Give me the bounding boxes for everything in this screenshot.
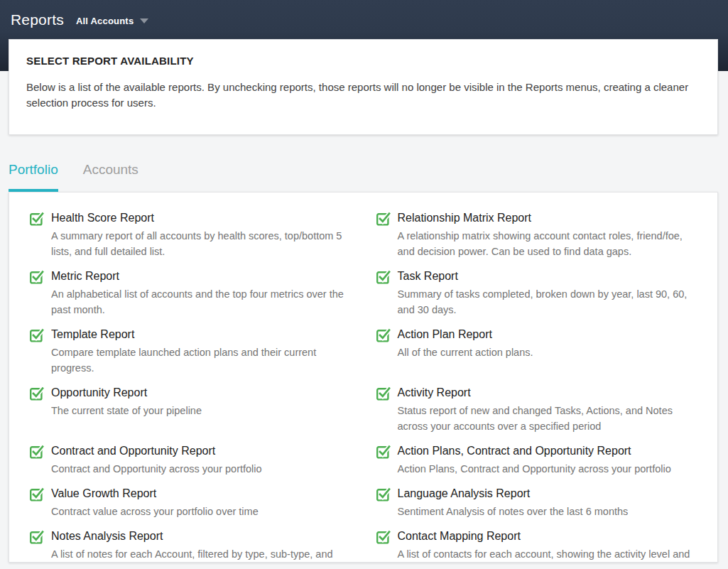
checked-checkbox-icon[interactable] <box>29 444 45 460</box>
title-bar: Reports All Accounts <box>0 0 728 33</box>
report-text: Contract and Opportunity Report Contract… <box>51 443 262 477</box>
report-description: Compare template launched action plans a… <box>51 345 354 376</box>
report-text: Template Report Compare template launche… <box>51 327 354 376</box>
section-description: Below is a list of the available reports… <box>26 80 700 111</box>
checked-checkbox-icon[interactable] <box>29 487 45 502</box>
report-list-item: Activity Report Status report of new and… <box>376 385 701 434</box>
report-text: Activity Report Status report of new and… <box>398 385 701 434</box>
report-description: An alphabetical list of accounts and the… <box>51 286 354 318</box>
report-title: Template Report <box>51 327 354 342</box>
checked-checkbox-icon[interactable] <box>376 211 391 227</box>
checked-checkbox-icon[interactable] <box>376 269 391 285</box>
checked-checkbox-icon[interactable] <box>29 327 45 343</box>
report-description: A list of notes for each Account, filter… <box>51 546 354 563</box>
report-title: Language Analysis Report <box>398 486 629 502</box>
report-list-item: Language Analysis Report Sentiment Analy… <box>376 486 701 519</box>
checked-checkbox-icon[interactable] <box>29 529 45 545</box>
report-description: Contract value across your portfolio ove… <box>51 504 259 519</box>
checked-checkbox-icon[interactable] <box>376 444 391 460</box>
report-description: All of the current action plans. <box>398 345 533 360</box>
checked-checkbox-icon[interactable] <box>376 386 391 401</box>
reports-grid: Health Score Report A summary report of … <box>29 210 700 563</box>
report-title: Relationship Matrix Report <box>398 210 701 226</box>
report-list-item: Contact Mapping Report A list of contact… <box>376 529 701 563</box>
report-description: Sentiment Analysis of notes over the las… <box>398 504 629 519</box>
report-description: A list of contacts for each account, sho… <box>398 546 701 563</box>
report-description: The current state of your pipeline <box>51 403 202 418</box>
account-filter-label: All Accounts <box>76 16 134 26</box>
report-title: Metric Report <box>51 269 354 284</box>
report-list-item: Relationship Matrix Report A relationshi… <box>376 210 701 259</box>
report-text: Opportunity Report The current state of … <box>51 385 202 418</box>
tab-accounts[interactable]: Accounts <box>83 162 138 192</box>
report-title: Contract and Opportunity Report <box>51 443 262 459</box>
report-list-item: Action Plans, Contract and Opportunity R… <box>376 443 701 477</box>
report-title: Activity Report <box>398 385 701 401</box>
checked-checkbox-icon[interactable] <box>29 269 45 285</box>
report-text: Metric Report An alphabetical list of ac… <box>51 269 354 318</box>
report-list-item: Value Growth Report Contract value acros… <box>29 486 354 519</box>
report-list-item: Health Score Report A summary report of … <box>29 210 354 259</box>
report-title: Action Plans, Contract and Opportunity R… <box>398 443 671 459</box>
report-list-item: Metric Report An alphabetical list of ac… <box>29 269 354 318</box>
report-description: A summary report of all accounts by heal… <box>51 228 354 259</box>
reports-list-card: Health Score Report A summary report of … <box>9 192 718 563</box>
checked-checkbox-icon[interactable] <box>376 327 391 343</box>
checked-checkbox-icon[interactable] <box>376 529 391 545</box>
report-description: Contract and Opportunity across your por… <box>51 461 262 477</box>
report-text: Relationship Matrix Report A relationshi… <box>398 210 701 259</box>
report-text: Notes Analysis Report A list of notes fo… <box>51 529 354 563</box>
report-description: Summary of tasks completed, broken down … <box>398 286 701 318</box>
report-text: Value Growth Report Contract value acros… <box>51 486 259 519</box>
page-title: Reports <box>11 11 64 28</box>
report-title: Value Growth Report <box>51 486 259 502</box>
report-title: Opportunity Report <box>51 385 202 401</box>
report-description: A relationship matrix showing account co… <box>398 228 701 259</box>
section-heading: SELECT REPORT AVAILABILITY <box>26 55 700 67</box>
report-list-item: Notes Analysis Report A list of notes fo… <box>29 529 354 563</box>
report-text: Task Report Summary of tasks completed, … <box>398 269 701 318</box>
report-list-item: Opportunity Report The current state of … <box>29 385 354 434</box>
report-title: Task Report <box>398 269 701 284</box>
report-title: Action Plan Report <box>398 327 533 342</box>
report-list-item: Template Report Compare template launche… <box>29 327 354 376</box>
report-text: Language Analysis Report Sentiment Analy… <box>398 486 629 519</box>
report-text: Action Plans, Contract and Opportunity R… <box>398 443 671 477</box>
caret-down-icon <box>140 18 148 23</box>
report-list-item: Action Plan Report All of the current ac… <box>376 327 701 376</box>
report-text: Health Score Report A summary report of … <box>51 210 354 259</box>
report-description: Action Plans, Contract and Opportunity a… <box>398 461 671 477</box>
account-filter-dropdown[interactable]: All Accounts <box>76 16 148 26</box>
report-title: Contact Mapping Report <box>398 529 701 544</box>
report-description: Status report of new and changed Tasks, … <box>398 403 701 434</box>
checked-checkbox-icon[interactable] <box>29 211 45 227</box>
report-list-item: Task Report Summary of tasks completed, … <box>376 269 701 318</box>
checked-checkbox-icon[interactable] <box>29 386 45 401</box>
tab-portfolio[interactable]: Portfolio <box>9 162 58 192</box>
report-title: Notes Analysis Report <box>51 529 354 544</box>
report-text: Contact Mapping Report A list of contact… <box>398 529 701 563</box>
report-list-item: Contract and Opportunity Report Contract… <box>29 443 354 477</box>
report-text: Action Plan Report All of the current ac… <box>398 327 533 360</box>
checked-checkbox-icon[interactable] <box>376 487 391 502</box>
report-availability-card: SELECT REPORT AVAILABILITY Below is a li… <box>9 39 718 135</box>
report-tabs: Portfolio Accounts <box>9 162 718 192</box>
report-title: Health Score Report <box>51 210 354 226</box>
